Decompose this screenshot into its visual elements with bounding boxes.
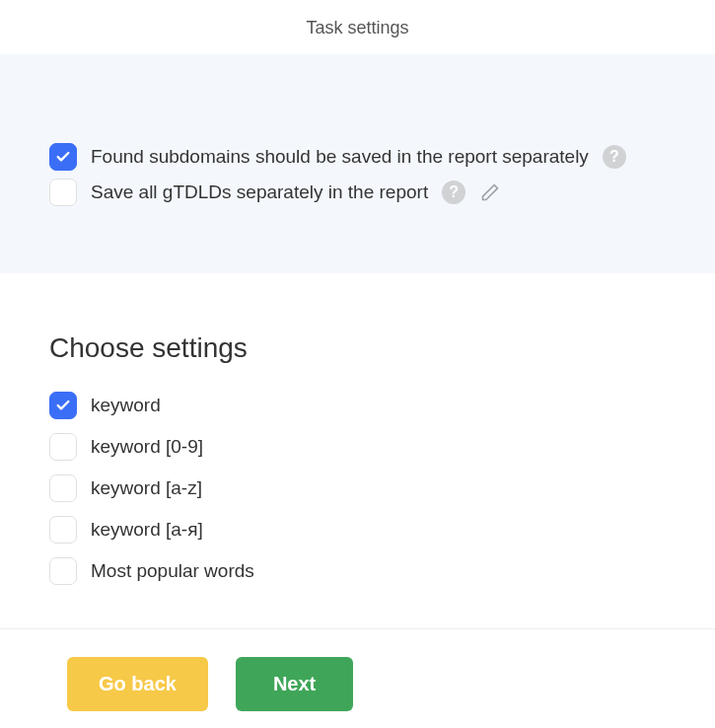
keyword09-label: keyword [0-9]: [91, 436, 203, 458]
keyword-checkbox[interactable]: [49, 392, 77, 419]
top-options-panel: Found subdomains should be saved in the …: [0, 54, 715, 273]
header: Task settings: [0, 0, 715, 54]
subdomains-checkbox[interactable]: [49, 143, 77, 171]
subdomains-label: Found subdomains should be saved in the …: [91, 146, 589, 168]
keywordcyr-label: keyword [а-я]: [91, 519, 203, 541]
keywordaz-label: keyword [a-z]: [91, 477, 202, 499]
check-icon: [55, 149, 71, 165]
help-icon[interactable]: ?: [442, 181, 465, 204]
next-button[interactable]: Next: [236, 657, 353, 711]
help-icon[interactable]: ?: [603, 145, 626, 169]
help-glyph: ?: [609, 148, 619, 166]
settings-list: keyword keyword [0-9] keyword [a-z] keyw…: [49, 392, 666, 585]
keywordcyr-checkbox[interactable]: [49, 516, 77, 544]
setting-keywordcyr-row: keyword [а-я]: [49, 516, 666, 544]
pencil-icon[interactable]: [479, 182, 501, 203]
setting-keyword-row: keyword: [49, 392, 666, 419]
gtlds-label: Save all gTDLDs separately in the report: [91, 182, 428, 203]
gtlds-checkbox[interactable]: [49, 179, 77, 206]
keyword-label: keyword: [91, 395, 161, 416]
option-subdomains-row: Found subdomains should be saved in the …: [49, 143, 666, 171]
settings-panel: Choose settings keyword keyword [0-9] ke…: [0, 273, 715, 628]
popular-checkbox[interactable]: [49, 557, 77, 585]
setting-keywordaz-row: keyword [a-z]: [49, 474, 666, 502]
go-back-button[interactable]: Go back: [67, 657, 208, 711]
setting-popular-row: Most popular words: [49, 557, 666, 585]
help-glyph: ?: [449, 183, 459, 201]
keywordaz-checkbox[interactable]: [49, 474, 77, 502]
page-title: Task settings: [0, 18, 715, 38]
option-gtlds-row: Save all gTDLDs separately in the report…: [49, 179, 666, 206]
check-icon: [55, 398, 71, 413]
popular-label: Most popular words: [91, 560, 254, 582]
keyword09-checkbox[interactable]: [49, 433, 77, 461]
footer: Go back Next: [0, 628, 715, 728]
setting-keyword09-row: keyword [0-9]: [49, 433, 666, 461]
settings-title: Choose settings: [49, 332, 666, 364]
